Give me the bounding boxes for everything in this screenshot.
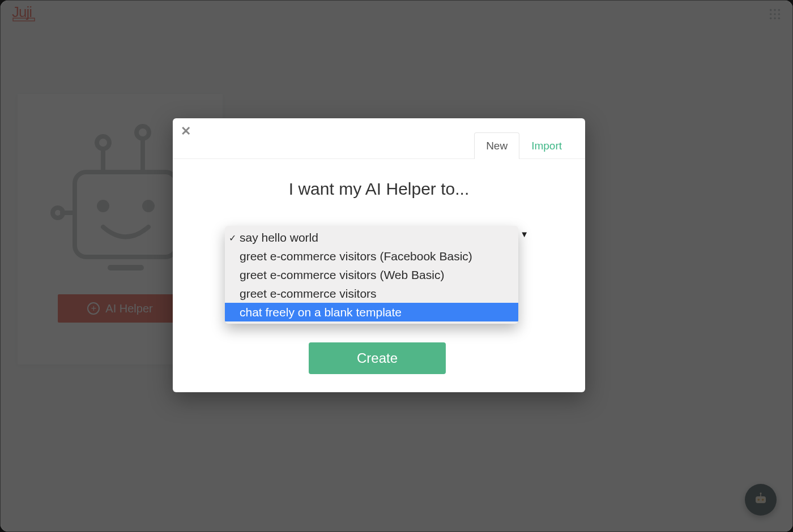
template-option[interactable]: greet e-commerce visitors — [225, 284, 518, 303]
template-option[interactable]: greet e-commerce visitors (Facebook Basi… — [225, 247, 518, 265]
template-option[interactable]: chat freely on a blank template — [225, 303, 518, 321]
tab-new[interactable]: New — [474, 132, 519, 159]
modal-title: I want my AI Helper to... — [173, 179, 585, 199]
close-icon[interactable]: ✕ — [181, 124, 191, 139]
caret-down-icon: ▼ — [520, 229, 528, 239]
tab-import[interactable]: Import — [519, 132, 574, 159]
template-option[interactable]: greet e-commerce visitors (Web Basic) — [225, 265, 518, 284]
modal-tabs: New Import — [474, 132, 574, 159]
create-button[interactable]: Create — [309, 342, 446, 374]
template-dropdown: say hello worldgreet e-commerce visitors… — [225, 226, 518, 324]
template-option[interactable]: say hello world — [225, 228, 518, 247]
create-helper-modal: ✕ New Import I want my AI Helper to... ▼… — [173, 118, 585, 392]
